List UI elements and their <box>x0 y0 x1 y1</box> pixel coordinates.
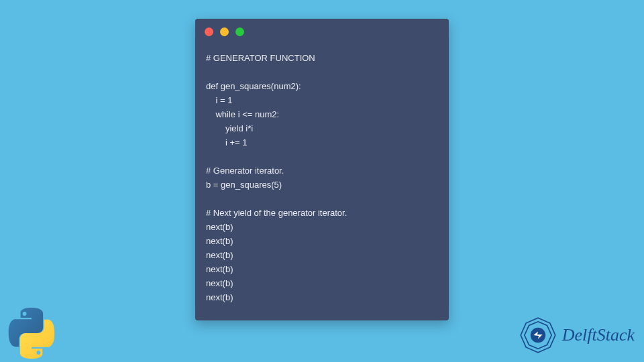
close-icon <box>205 27 213 36</box>
brand: DelftStack <box>519 316 635 354</box>
brand-logo-icon <box>519 316 557 354</box>
maximize-icon <box>235 27 244 36</box>
code-window: # GENERATOR FUNCTION def gen_squares(num… <box>195 19 449 320</box>
python-logo-icon <box>4 306 59 361</box>
window-titlebar <box>195 19 449 44</box>
minimize-icon <box>220 27 229 36</box>
code-block: # GENERATOR FUNCTION def gen_squares(num… <box>195 44 449 320</box>
brand-name: DelftStack <box>562 325 635 345</box>
